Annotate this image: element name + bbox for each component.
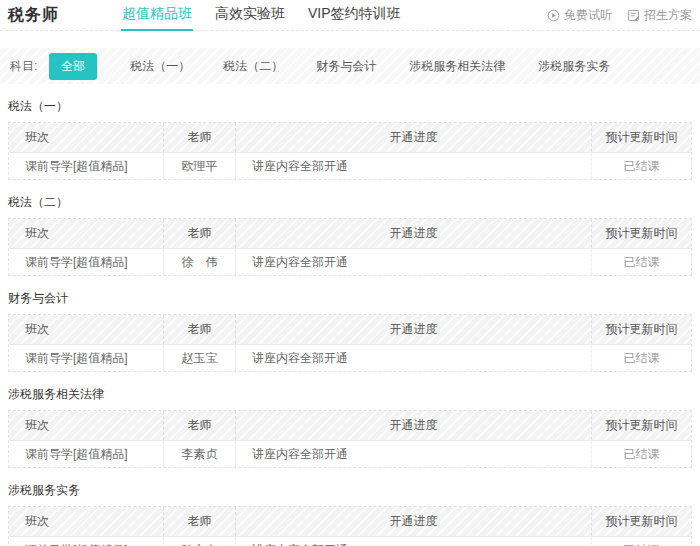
course-section: 涉税服务相关法律 班次 老师 开通进度 预计更新时间 课前导学[超值精品] 李素… [0,386,700,468]
header-actions: 免费试听 招生方案 [547,7,692,24]
section-title: 涉税服务相关法律 [8,386,692,403]
table-header-row: 班次 老师 开通进度 预计更新时间 [9,123,691,153]
course-table: 班次 老师 开通进度 预计更新时间 课前导学[超值精品] 徐 伟 讲座内容全部开… [8,218,692,276]
header-cell-update-time: 预计更新时间 [592,315,691,344]
header-cell-update-time: 预计更新时间 [592,123,691,152]
header-cell-teacher: 老师 [164,219,236,248]
section-title: 涉税服务实务 [8,482,692,499]
cell-open-progress: 讲座内容全部开通 [236,249,592,275]
filter-option-all[interactable]: 全部 [49,53,97,80]
free-trial-label: 免费试听 [564,7,612,24]
table-row[interactable]: 课前导学[超值精品] 李素贞 讲座内容全部开通 已结课 [9,441,691,467]
cell-course-name: 课前导学[超值精品] [9,249,164,275]
enroll-plan-label: 招生方案 [644,7,692,24]
top-header: 税务师 超值精品班 高效实验班 VIP签约特训班 免费试听 [0,0,700,31]
filter-option-tax-law-1[interactable]: 税法（一） [130,58,190,75]
cell-update-status: 已结课 [592,249,691,275]
table-row[interactable]: 课前导学[超值精品] 陈立文 讲座内容全部开通 已结课 [9,537,691,546]
cell-course-name: 课前导学[超值精品] [9,441,164,467]
table-row[interactable]: 课前导学[超值精品] 徐 伟 讲座内容全部开通 已结课 [9,249,691,275]
course-table: 班次 老师 开通进度 预计更新时间 课前导学[超值精品] 赵玉宝 讲座内容全部开… [8,314,692,372]
filter-option-tax-practice[interactable]: 涉税服务实务 [538,58,610,75]
tab-experiment-class[interactable]: 高效实验班 [214,0,286,31]
course-section: 涉税服务实务 班次 老师 开通进度 预计更新时间 课前导学[超值精品] 陈立文 … [0,482,700,546]
filter-option-tax-law-2[interactable]: 税法（二） [223,58,283,75]
filter-option-tax-related-law[interactable]: 涉税服务相关法律 [409,58,505,75]
play-circle-icon [547,9,560,22]
enroll-plan-link[interactable]: 招生方案 [627,7,692,24]
cell-teacher-name: 陈立文 [164,537,236,546]
course-section: 税法（二） 班次 老师 开通进度 预计更新时间 课前导学[超值精品] 徐 伟 讲… [0,194,700,276]
section-title: 税法（二） [8,194,692,211]
course-table: 班次 老师 开通进度 预计更新时间 课前导学[超值精品] 李素贞 讲座内容全部开… [8,410,692,468]
header-cell-teacher: 老师 [164,507,236,536]
header-cell-progress: 开通进度 [236,411,592,440]
header-cell-update-time: 预计更新时间 [592,219,691,248]
cell-teacher-name: 欧理平 [164,153,236,179]
table-row[interactable]: 课前导学[超值精品] 欧理平 讲座内容全部开通 已结课 [9,153,691,179]
course-sections: 税法（一） 班次 老师 开通进度 预计更新时间 课前导学[超值精品] 欧理平 讲… [0,98,700,546]
filter-option-finance-accounting[interactable]: 财务与会计 [316,58,376,75]
cell-open-progress: 讲座内容全部开通 [236,537,592,546]
cell-course-name: 课前导学[超值精品] [9,537,164,546]
cell-open-progress: 讲座内容全部开通 [236,441,592,467]
page-title: 税务师 [8,5,59,26]
cell-update-status: 已结课 [592,537,691,546]
cell-update-status: 已结课 [592,441,691,467]
cell-teacher-name: 赵玉宝 [164,345,236,371]
cell-teacher-name: 徐 伟 [164,249,236,275]
course-table: 班次 老师 开通进度 预计更新时间 课前导学[超值精品] 欧理平 讲座内容全部开… [8,122,692,180]
cell-course-name: 课前导学[超值精品] [9,153,164,179]
tab-vip-class[interactable]: VIP签约特训班 [307,0,402,31]
table-header-row: 班次 老师 开通进度 预计更新时间 [9,507,691,537]
free-trial-link[interactable]: 免费试听 [547,7,612,24]
table-row[interactable]: 课前导学[超值精品] 赵玉宝 讲座内容全部开通 已结课 [9,345,691,371]
header-cell-course: 班次 [9,315,164,344]
header-cell-course: 班次 [9,219,164,248]
header-cell-teacher: 老师 [164,411,236,440]
cell-open-progress: 讲座内容全部开通 [236,345,592,371]
header-cell-teacher: 老师 [164,123,236,152]
section-title: 税法（一） [8,98,692,115]
section-title: 财务与会计 [8,290,692,307]
header-cell-update-time: 预计更新时间 [592,507,691,536]
subject-filter-bar: 科目: 全部 税法（一） 税法（二） 财务与会计 涉税服务相关法律 涉税服务实务 [0,48,700,84]
table-header-row: 班次 老师 开通进度 预计更新时间 [9,219,691,249]
header-cell-course: 班次 [9,123,164,152]
cell-update-status: 已结课 [592,345,691,371]
header-cell-teacher: 老师 [164,315,236,344]
header-cell-course: 班次 [9,507,164,536]
cell-teacher-name: 李素贞 [164,441,236,467]
tab-premium-class[interactable]: 超值精品班 [121,0,193,31]
course-section: 税法（一） 班次 老师 开通进度 预计更新时间 课前导学[超值精品] 欧理平 讲… [0,98,700,180]
header-cell-progress: 开通进度 [236,219,592,248]
table-header-row: 班次 老师 开通进度 预计更新时间 [9,411,691,441]
header-cell-course: 班次 [9,411,164,440]
header-cell-progress: 开通进度 [236,507,592,536]
table-header-row: 班次 老师 开通进度 预计更新时间 [9,315,691,345]
header-cell-progress: 开通进度 [236,315,592,344]
header-cell-update-time: 预计更新时间 [592,411,691,440]
cell-open-progress: 讲座内容全部开通 [236,153,592,179]
enroll-plan-icon [627,9,640,22]
course-section: 财务与会计 班次 老师 开通进度 预计更新时间 课前导学[超值精品] 赵玉宝 讲… [0,290,700,372]
course-table: 班次 老师 开通进度 预计更新时间 课前导学[超值精品] 陈立文 讲座内容全部开… [8,506,692,546]
cell-course-name: 课前导学[超值精品] [9,345,164,371]
subject-filter-label: 科目: [10,58,37,75]
cell-update-status: 已结课 [592,153,691,179]
subject-filter-options: 全部 税法（一） 税法（二） 财务与会计 涉税服务相关法律 涉税服务实务 [49,53,610,80]
header-cell-progress: 开通进度 [236,123,592,152]
class-type-tabs: 超值精品班 高效实验班 VIP签约特训班 [121,0,402,31]
